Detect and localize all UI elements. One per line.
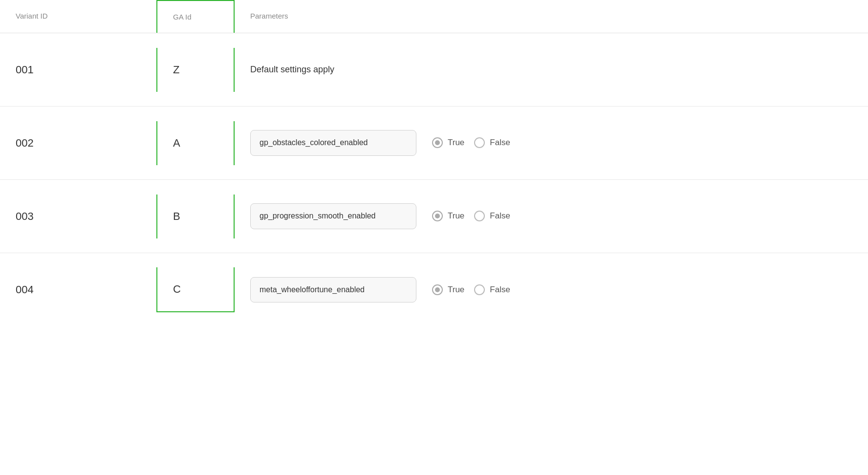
variant-id-cell: 001 [0,48,156,92]
variant-id-cell: 004 [0,268,156,312]
radio-group: TrueFalse [432,211,510,221]
parameters-cell: Default settings apply [235,49,868,90]
radio-false-circle [474,137,485,148]
table-row: 001ZDefault settings apply [0,33,868,107]
radio-true-circle [432,137,443,148]
radio-true-option[interactable]: True [432,137,464,148]
parameters-cell: gp_obstacles_colored_enabledTrueFalse [235,114,868,171]
ga-id-cell: C [156,267,235,312]
parameters-cell: gp_progression_smooth_enabledTrueFalse [235,188,868,244]
parameters-header: Parameters [235,0,868,33]
radio-true-circle [432,211,443,221]
radio-true-option[interactable]: True [432,211,464,221]
param-input-field[interactable]: meta_wheeloffortune_enabled [250,277,416,302]
radio-false-option[interactable]: False [474,211,510,221]
radio-true-option[interactable]: True [432,284,464,295]
table-header: Variant ID GA Id Parameters [0,0,868,33]
radio-false-label: False [490,138,510,148]
radio-true-label: True [448,211,464,221]
ga-id-cell: Z [156,48,235,92]
radio-false-label: False [490,211,510,221]
table-row: 004Cmeta_wheeloffortune_enabledTrueFalse [0,253,868,326]
radio-true-circle [432,284,443,295]
radio-false-circle [474,211,485,221]
radio-true-label: True [448,138,464,148]
table-body: 001ZDefault settings apply002Agp_obstacl… [0,33,868,326]
radio-true-label: True [448,285,464,295]
param-input-field[interactable]: gp_progression_smooth_enabled [250,203,416,229]
param-text: Default settings apply [250,65,334,75]
radio-group: TrueFalse [432,137,510,148]
ga-id-header: GA Id [156,0,235,33]
variant-id-cell: 003 [0,194,156,238]
ga-id-cell: A [156,121,235,165]
table-row: 003Bgp_progression_smooth_enabledTrueFal… [0,180,868,253]
radio-false-option[interactable]: False [474,284,510,295]
radio-false-option[interactable]: False [474,137,510,148]
ga-id-cell: B [156,194,235,238]
radio-false-circle [474,284,485,295]
parameters-cell: meta_wheeloffortune_enabledTrueFalse [235,261,868,318]
variants-table: Variant ID GA Id Parameters 001ZDefault … [0,0,868,326]
variant-id-header: Variant ID [0,0,156,33]
radio-false-label: False [490,285,510,295]
radio-group: TrueFalse [432,284,510,295]
table-row: 002Agp_obstacles_colored_enabledTrueFals… [0,107,868,180]
variant-id-cell: 002 [0,121,156,165]
param-input-field[interactable]: gp_obstacles_colored_enabled [250,130,416,155]
